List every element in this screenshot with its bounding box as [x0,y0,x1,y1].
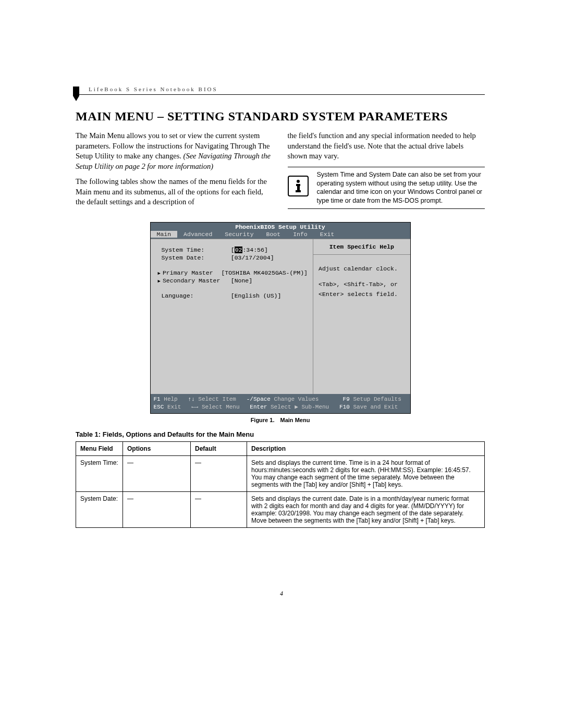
figure-caption: Figure 1. Main Menu [76,417,485,423]
table-cell-desc: Sets and displays the current time. Time… [247,455,485,491]
table-cell-default: — [191,455,247,491]
th-options: Options [123,441,191,455]
table-cell-field: System Date: [76,491,123,527]
table-row: System Time:——Sets and displays the curr… [76,455,485,491]
bios-field-row[interactable]: Primary Master[TOSHIBA MK4025GAS-(PM)] [158,269,308,276]
table-header-row: Menu Field Options Default Description [76,441,485,455]
figure-text: Main Menu [280,417,310,423]
table-cell-desc: Sets and displays the current date. Date… [247,491,485,527]
bios-screenshot: PhoenixBIOS Setup Utility MainAdvancedSe… [150,222,411,414]
bios-field-row[interactable]: System Time:[02:34:56] [158,246,308,253]
page-title: MAIN MENU – SETTING STANDARD SYSTEM PARA… [76,109,485,124]
bios-field-row[interactable]: System Date:[03/17/2004] [158,254,308,261]
figure-number: Figure 1. [251,417,275,423]
right-p1: the field's function and any special inf… [288,131,485,162]
bios-help-pane: Item Specific Help Adjust calendar clock… [313,239,410,394]
bios-tab-info[interactable]: Info [287,231,314,238]
th-menu-field: Menu Field [76,441,123,455]
running-header: LifeBook S Series Notebook BIOS [89,86,485,92]
page: LifeBook S Series Notebook BIOS MAIN MEN… [0,0,563,728]
bios-tab-security[interactable]: Security [218,231,260,238]
two-column-body: The Main Menu allows you to set or view … [76,131,485,213]
svg-rect-4 [296,190,301,192]
bios-field-row[interactable]: Language:[English (US)] [158,292,308,299]
fields-table: Menu Field Options Default Description S… [76,441,485,528]
bios-field-label: Language: [158,292,231,299]
bios-field-value[interactable]: [TOSHIBA MK4025GAS-(PM)] [221,269,308,276]
bios-field-value[interactable]: [None] [231,277,308,284]
bios-field-label: System Date: [158,254,231,261]
column-right: the field's function and any special inf… [288,131,485,213]
bios-field-label: System Time: [158,246,231,253]
bios-tab-main[interactable]: Main [151,231,178,238]
table-cell-default: — [191,491,247,527]
header-rule [76,94,485,95]
svg-rect-3 [297,184,300,191]
bios-title: PhoenixBIOS Setup Utility [151,223,410,230]
table-cell-options: — [123,491,191,527]
bios-fields-pane: System Time:[02:34:56] System Date:[03/1… [151,239,314,394]
svg-point-1 [297,180,300,183]
bios-field-value[interactable]: [02:34:56] [231,246,308,253]
page-ornament-icon [73,87,80,101]
bios-help-body: Adjust calendar clock. <Tab>, <Shift-Tab… [313,255,410,309]
th-default: Default [191,441,247,455]
th-description: Description [247,441,485,455]
info-note-text: System Time and System Date can also be … [317,170,485,206]
bios-field-row[interactable]: Secondary Master[None] [158,277,308,284]
info-icon [288,176,309,196]
bios-footer: F1 Help ↑↓ Select Item -/Space Change Va… [151,394,410,413]
svg-marker-0 [73,87,79,101]
bios-field-label: Secondary Master [158,277,231,284]
bios-help-line2: <Tab>, <Shift-Tab>, or <Enter> selects f… [319,280,405,299]
table-title: Table 1: Fields, Options and Defaults fo… [76,430,485,438]
bios-field-value[interactable]: [English (US)] [231,292,308,299]
left-p2: The following tables show the names of t… [76,177,273,207]
info-note: System Time and System Date can also be … [288,167,485,209]
bios-field-value[interactable]: [03/17/2004] [231,254,308,261]
column-left: The Main Menu allows you to set or view … [76,131,273,213]
page-number: 4 [0,590,563,598]
bios-field-label: Primary Master [158,269,222,276]
bios-help-title: Item Specific Help [313,239,410,255]
table-cell-options: — [123,455,191,491]
table-cell-field: System Time: [76,455,123,491]
bios-help-line1: Adjust calendar clock. [319,264,405,274]
table-row: System Date:——Sets and displays the curr… [76,491,485,527]
bios-tab-advanced[interactable]: Advanced [177,231,218,238]
bios-tab-boot[interactable]: Boot [260,231,287,238]
bios-tabs: MainAdvancedSecurityBootInfoExit [151,230,410,239]
bios-tab-exit[interactable]: Exit [314,231,341,238]
